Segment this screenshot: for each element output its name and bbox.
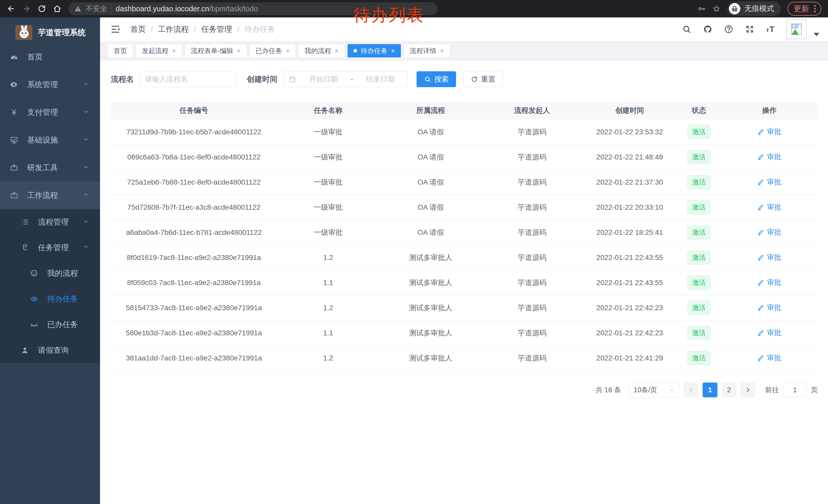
sidebar-item-done-tasks[interactable]: 已办任务 [0,312,100,337]
goto-page-input[interactable] [783,383,807,397]
breadcrumb-workflow[interactable]: 工作流程 [158,24,189,35]
sidebar-item-infra[interactable]: 基础设施 [0,126,100,154]
tab-done-tasks[interactable]: 已办任务× [250,44,295,57]
approve-action[interactable]: 审批 [757,303,781,313]
table-row[interactable]: 73211d9d-7b9b-11ec-b5b7-acde48001122 一级审… [111,120,818,145]
table-row[interactable]: 8f0d1619-7ac8-11ec-a9e2-a2380e71991a 1.2… [111,245,818,270]
browser-menu-icon[interactable] [813,5,817,12]
search-icon[interactable] [682,25,691,34]
approve-action[interactable]: 审批 [757,253,781,262]
page-size-select[interactable]: 10条/页 [629,382,679,397]
status-badge: 激活 [688,200,710,214]
date-range-picker[interactable]: 开始日期 - 结束日期 [283,71,408,87]
approve-action[interactable]: 审批 [757,278,781,287]
tab-todo-tasks[interactable]: 待办任务× [347,44,401,57]
sidebar-item-system[interactable]: 系统管理 [0,71,100,98]
calendar-icon [289,75,296,83]
font-size-icon[interactable]: тT [766,25,775,34]
sidebar-item-devtools[interactable]: 研发工具 [0,154,100,182]
avatar-caret-icon[interactable] [814,33,819,36]
close-icon[interactable]: × [237,47,241,55]
status-badge: 激活 [688,276,710,290]
close-icon[interactable]: × [335,47,339,55]
table-body: 73211d9d-7b9b-11ec-b5b7-acde48001122 一级审… [111,120,818,371]
page-2-button[interactable]: 2 [721,382,736,397]
help-icon[interactable] [724,25,733,34]
status-badge: 激活 [688,250,710,265]
chevron-right-icon [745,386,751,393]
table-row[interactable]: a6aba0a4-7b6d-11ec-b781-acde48001122 一级审… [111,220,818,245]
end-date-placeholder[interactable]: 结束日期 [358,74,403,84]
close-icon[interactable]: × [172,47,176,55]
sidebar-item-leave-query[interactable]: 请假查询 [0,337,100,363]
github-icon[interactable] [703,25,712,34]
security-label[interactable]: 不安全 [86,4,107,13]
sidebar-item-workflow[interactable]: 工作流程 [0,182,100,209]
sidebar-item-todo-tasks[interactable]: 待办任务 [0,286,100,312]
page-1-button[interactable]: 1 [703,382,717,397]
page-suffix: 页 [811,385,818,395]
password-key-icon[interactable] [697,5,706,13]
table-row[interactable]: 580e1b3d-7ac8-11ec-a9e2-a2380e71991a 1.1… [111,320,818,346]
close-icon[interactable]: × [391,47,395,55]
reset-button[interactable]: 重置 [463,71,503,87]
close-icon[interactable]: × [286,47,290,55]
avatar[interactable] [786,19,806,39]
approve-action[interactable]: 审批 [757,127,781,137]
update-button[interactable]: 更新 [787,2,821,16]
edit-pencil-icon [757,329,764,336]
edit-pencil-icon [757,229,764,236]
breadcrumb-task-mgmt[interactable]: 任务管理 [201,24,232,35]
forward-icon[interactable] [22,4,31,13]
approve-action[interactable]: 审批 [757,202,781,212]
home-icon[interactable] [53,4,61,13]
page-content: 流程名 创建时间 开始日期 - 结束日期 搜索 重 [100,60,828,504]
table-row[interactable]: 75d72608-7b7f-11ec-a3c8-acde48001122 一级审… [111,195,818,220]
bookmark-star-icon[interactable] [712,5,720,13]
menu-collapse-icon[interactable] [110,24,121,34]
url-text[interactable]: dashboard.yudao.iocoder.cn/bpm/task/todo [116,5,258,13]
tab-start-process[interactable]: 发起流程× [136,44,182,57]
approve-action[interactable]: 审批 [757,328,781,338]
sidebar-item-home[interactable]: 首页 [0,43,100,71]
status-badge: 激活 [688,150,710,164]
sidebar-item-payment[interactable]: ¥ 支付管理 [0,98,100,126]
tab-process-detail[interactable]: 流程详情× [404,44,450,57]
breadcrumb: 首页 / 工作流程 / 任务管理 / 待办任务 [130,24,275,35]
not-secure-icon [74,5,82,12]
approve-action[interactable]: 审批 [757,152,781,162]
tab-form-edit[interactable]: 流程表单-编辑× [185,44,247,57]
logo-row[interactable]: 芋道管理系统 [0,17,100,43]
task-name-cell: 一级审批 [277,228,380,237]
approve-action[interactable]: 审批 [757,353,781,363]
table-row[interactable]: 8f059c03-7ac8-11ec-a9e2-a2380e71991a 1.1… [111,270,818,295]
back-icon[interactable] [7,4,15,13]
sidebar-item-task-mgmt[interactable]: 任务管理 [0,235,100,261]
tab-my-process[interactable]: 我的流程× [299,44,344,57]
starter-cell: 芋道源码 [482,253,582,263]
breadcrumb-home[interactable]: 首页 [130,24,146,35]
eye-icon [29,295,39,303]
close-icon[interactable]: × [440,47,444,55]
tab-home[interactable]: 首页 [108,44,133,57]
reload-icon[interactable] [37,4,46,13]
omnibox-divider [111,5,112,12]
table-row[interactable]: 069c6a63-7b8a-11ec-8ef0-acde48001122 一级审… [111,145,818,170]
table-row[interactable]: 725a1eb6-7b88-11ec-8ef0-acde48001122 一级审… [111,170,818,195]
prev-page-button[interactable] [684,382,699,397]
fullscreen-icon[interactable] [745,25,754,34]
created-cell: 2022-01-22 21:37:30 [582,178,677,186]
table-row[interactable]: 381aa1dd-7ac8-11ec-a9e2-a2380e71991a 1.2… [111,346,818,371]
process-name-input[interactable] [139,71,237,87]
start-date-placeholder[interactable]: 开始日期 [301,74,345,84]
sidebar-item-my-process[interactable]: 我的流程 [0,261,100,286]
table-row[interactable]: 58154733-7ac8-11ec-a9e2-a2380e71991a 1.2… [111,295,818,320]
search-button[interactable]: 搜索 [417,71,456,87]
approve-action[interactable]: 审批 [757,177,781,187]
approve-action[interactable]: 审批 [757,227,781,237]
next-page-button[interactable] [741,382,755,397]
eye-closed-icon [29,320,39,329]
status-badge: 激活 [688,301,710,315]
edit-pencil-icon [757,128,764,135]
sidebar-item-process-mgmt[interactable]: 流程管理 [0,209,100,235]
